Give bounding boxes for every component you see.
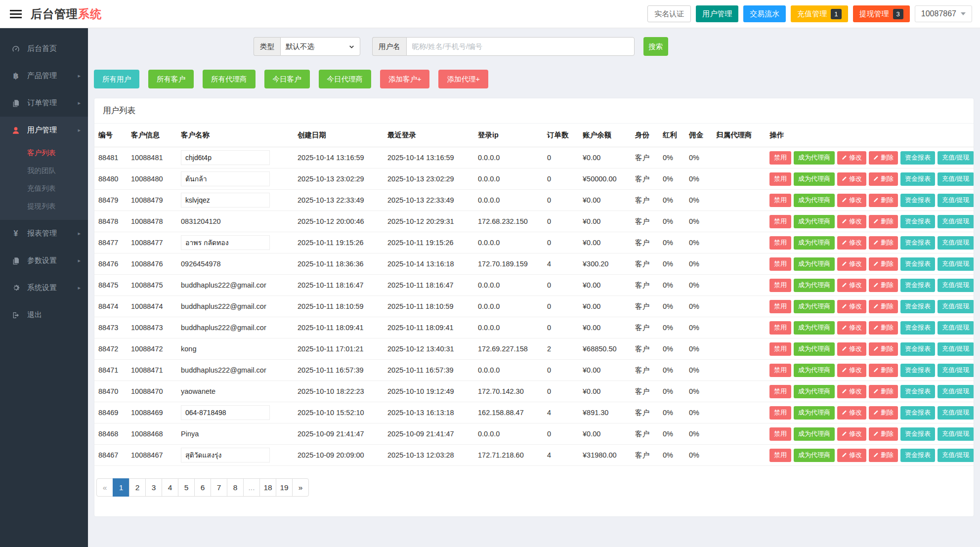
all-customers-button[interactable]: 所有客户 <box>148 70 194 88</box>
delete-button[interactable]: 删除 <box>869 385 898 398</box>
edit-button[interactable]: 修改 <box>837 194 866 207</box>
real-name-auth-button[interactable]: 实名认证 <box>647 5 691 22</box>
sidebar-item-logout[interactable]: 退出 <box>0 301 88 329</box>
user-manage-button[interactable]: 用户管理 <box>696 5 738 22</box>
funds-report-button[interactable]: 资金报表 <box>900 364 935 377</box>
recharge-withdraw-button[interactable]: 充值/提现 <box>937 364 974 377</box>
funds-report-button[interactable]: 资金报表 <box>900 257 935 271</box>
edit-button[interactable]: 修改 <box>837 236 866 250</box>
become-agent-button[interactable]: 成为代理商 <box>794 257 835 271</box>
disable-button[interactable]: 禁用 <box>769 300 791 313</box>
delete-button[interactable]: 删除 <box>869 151 898 165</box>
funds-report-button[interactable]: 资金报表 <box>900 194 935 207</box>
disable-button[interactable]: 禁用 <box>769 427 791 441</box>
delete-button[interactable]: 删除 <box>869 215 898 228</box>
funds-report-button[interactable]: 资金报表 <box>900 321 935 335</box>
delete-button[interactable]: 删除 <box>869 172 898 186</box>
disable-button[interactable]: 禁用 <box>769 279 791 292</box>
funds-report-button[interactable]: 资金报表 <box>900 385 935 398</box>
funds-report-button[interactable]: 资金报表 <box>900 172 935 186</box>
delete-button[interactable]: 删除 <box>869 257 898 271</box>
recharge-withdraw-button[interactable]: 充值/提现 <box>937 215 974 228</box>
funds-report-button[interactable]: 资金报表 <box>900 449 935 462</box>
user-id-dropdown[interactable]: 10087867 <box>915 5 972 22</box>
become-agent-button[interactable]: 成为代理商 <box>794 236 835 250</box>
delete-button[interactable]: 删除 <box>869 406 898 420</box>
page-18-button[interactable]: 18 <box>259 478 276 497</box>
become-agent-button[interactable]: 成为代理商 <box>794 151 835 165</box>
disable-button[interactable]: 禁用 <box>769 449 791 462</box>
delete-button[interactable]: 删除 <box>869 194 898 207</box>
become-agent-button[interactable]: 成为代理商 <box>794 427 835 441</box>
sidebar-item-users[interactable]: 用户管理▸ <box>0 117 88 144</box>
page-3-button[interactable]: 3 <box>145 478 162 497</box>
type-select[interactable]: 默认不选 <box>280 37 360 56</box>
page-6-button[interactable]: 6 <box>194 478 211 497</box>
edit-button[interactable]: 修改 <box>837 215 866 228</box>
today-customers-button[interactable]: 今日客户 <box>264 70 310 88</box>
hamburger-menu-icon[interactable] <box>10 8 22 20</box>
disable-button[interactable]: 禁用 <box>769 385 791 398</box>
become-agent-button[interactable]: 成为代理商 <box>794 449 835 462</box>
transaction-flow-button[interactable]: 交易流水 <box>743 5 786 22</box>
edit-button[interactable]: 修改 <box>837 151 866 165</box>
funds-report-button[interactable]: 资金报表 <box>900 342 935 356</box>
funds-report-button[interactable]: 资金报表 <box>900 236 935 250</box>
recharge-withdraw-button[interactable]: 充值/提现 <box>937 279 974 292</box>
funds-report-button[interactable]: 资金报表 <box>900 427 935 441</box>
recharge-withdraw-button[interactable]: 充值/提现 <box>937 406 974 420</box>
disable-button[interactable]: 禁用 <box>769 172 791 186</box>
funds-report-button[interactable]: 资金报表 <box>900 406 935 420</box>
add-customer-button[interactable]: 添加客户+ <box>380 70 429 88</box>
recharge-withdraw-button[interactable]: 充值/提现 <box>937 151 974 165</box>
add-agent-button[interactable]: 添加代理+ <box>438 70 488 88</box>
page-5-button[interactable]: 5 <box>178 478 195 497</box>
edit-button[interactable]: 修改 <box>837 406 866 420</box>
disable-button[interactable]: 禁用 <box>769 342 791 356</box>
page-19-button[interactable]: 19 <box>276 478 293 497</box>
delete-button[interactable]: 删除 <box>869 279 898 292</box>
page-4-button[interactable]: 4 <box>162 478 178 497</box>
page-8-button[interactable]: 8 <box>227 478 244 497</box>
funds-report-button[interactable]: 资金报表 <box>900 151 935 165</box>
customer-name-input[interactable]: 064-8718498 <box>181 405 270 420</box>
sidebar-item-home[interactable]: 后台首页 <box>0 35 88 62</box>
recharge-withdraw-button[interactable]: 充值/提现 <box>937 427 974 441</box>
disable-button[interactable]: 禁用 <box>769 321 791 335</box>
recharge-withdraw-button[interactable]: 充值/提现 <box>937 449 974 462</box>
edit-button[interactable]: 修改 <box>837 364 866 377</box>
become-agent-button[interactable]: 成为代理商 <box>794 172 835 186</box>
disable-button[interactable]: 禁用 <box>769 194 791 207</box>
sidebar-subitem-my-team[interactable]: 我的团队 <box>0 162 88 179</box>
customer-name-input[interactable]: สุติวัดแสงรุ่ง <box>181 448 270 463</box>
disable-button[interactable]: 禁用 <box>769 236 791 250</box>
sidebar-item-system[interactable]: 系统设置▸ <box>0 274 88 301</box>
sidebar-item-orders[interactable]: 订单管理▸ <box>0 89 88 117</box>
page-2-button[interactable]: 2 <box>129 478 146 497</box>
withdraw-manage-button[interactable]: 提现管理3 <box>853 5 910 22</box>
next-page-button[interactable]: » <box>292 478 309 497</box>
delete-button[interactable]: 删除 <box>869 342 898 356</box>
delete-button[interactable]: 删除 <box>869 300 898 313</box>
delete-button[interactable]: 删除 <box>869 364 898 377</box>
disable-button[interactable]: 禁用 <box>769 364 791 377</box>
edit-button[interactable]: 修改 <box>837 321 866 335</box>
username-input[interactable] <box>406 37 635 56</box>
delete-button[interactable]: 删除 <box>869 449 898 462</box>
sidebar-subitem-withdraw-list[interactable]: 提现列表 <box>0 197 88 215</box>
become-agent-button[interactable]: 成为代理商 <box>794 385 835 398</box>
customer-name-input[interactable]: chjd6t4p <box>181 150 270 165</box>
sidebar-item-product[interactable]: ฿产品管理▸ <box>0 62 88 89</box>
become-agent-button[interactable]: 成为代理商 <box>794 364 835 377</box>
customer-name-input[interactable]: kslvjqez <box>181 193 270 208</box>
funds-report-button[interactable]: 资金报表 <box>900 300 935 313</box>
become-agent-button[interactable]: 成为代理商 <box>794 300 835 313</box>
edit-button[interactable]: 修改 <box>837 300 866 313</box>
customer-name-input[interactable]: ต้นกล้า <box>181 171 270 186</box>
edit-button[interactable]: 修改 <box>837 342 866 356</box>
today-agents-button[interactable]: 今日代理商 <box>319 70 372 88</box>
disable-button[interactable]: 禁用 <box>769 257 791 271</box>
disable-button[interactable]: 禁用 <box>769 406 791 420</box>
sidebar-item-reports[interactable]: ¥报表管理▸ <box>0 220 88 247</box>
become-agent-button[interactable]: 成为代理商 <box>794 342 835 356</box>
